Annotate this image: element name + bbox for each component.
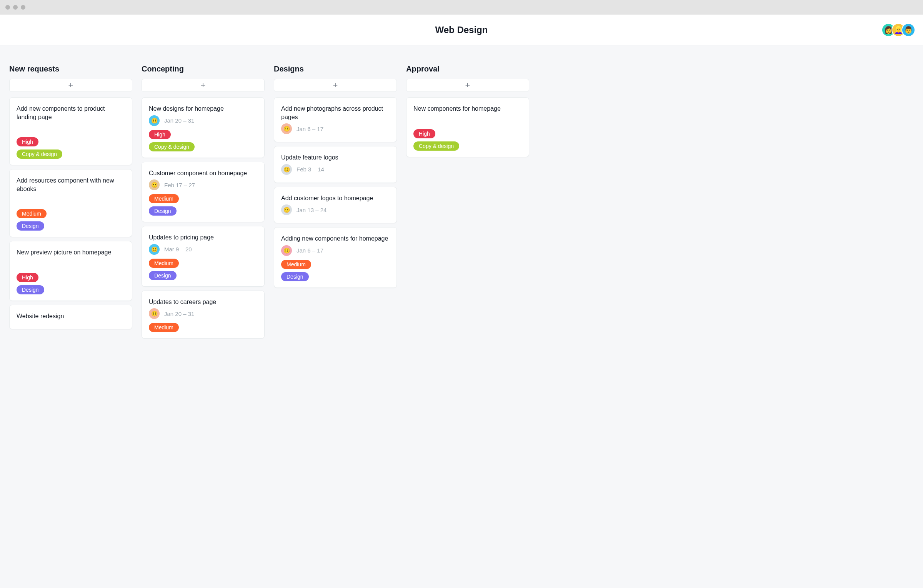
tag-list: HighCopy & design xyxy=(413,129,522,151)
task-title: Updates to pricing page xyxy=(149,233,257,242)
task-card[interactable]: Updates to pricing page🙂Mar 9 – 20Medium… xyxy=(142,226,265,287)
task-meta: 🙂Jan 20 – 31 xyxy=(149,115,257,126)
task-card[interactable]: Add new components to product landing pa… xyxy=(9,97,132,165)
task-card[interactable]: Customer component on homepage🙂Feb 17 – … xyxy=(142,162,265,223)
column-title: Designs xyxy=(274,65,397,73)
tag-pill[interactable]: Copy & design xyxy=(17,149,62,159)
tag-list: MediumDesign xyxy=(149,194,257,216)
tag-pill[interactable]: Design xyxy=(149,206,177,216)
assignee-avatar[interactable]: 🙂 xyxy=(281,204,292,215)
traffic-light-close[interactable] xyxy=(5,5,10,10)
page-title: Web Design xyxy=(435,25,488,35)
task-meta: 🙂Mar 9 – 20 xyxy=(149,244,257,255)
task-meta: 🙂Jan 13 – 24 xyxy=(281,204,390,215)
tag-list: HighDesign xyxy=(17,273,125,294)
column-title: Concepting xyxy=(142,65,265,73)
assignee-avatar[interactable]: 🙂 xyxy=(149,179,160,190)
tag-list: Medium xyxy=(149,323,257,332)
card-spacer xyxy=(413,115,522,125)
task-card[interactable]: Add resources component with new ebooksM… xyxy=(9,169,132,237)
assignee-avatar[interactable]: 🙂 xyxy=(149,115,160,126)
add-card-button[interactable]: + xyxy=(406,79,529,92)
tag-list: MediumDesign xyxy=(17,209,125,231)
task-title: New preview picture on homepage xyxy=(17,248,125,257)
task-title: New designs for homepage xyxy=(149,105,257,113)
task-date: Feb 3 – 14 xyxy=(297,166,324,173)
card-spacer xyxy=(17,195,125,205)
task-card[interactable]: Update feature logos🙂Feb 3 – 14 xyxy=(274,146,397,183)
traffic-light-zoom[interactable] xyxy=(21,5,25,10)
board-column: New requests+Add new components to produ… xyxy=(9,65,132,333)
task-card[interactable]: Adding new components for homepage🙂Jan 6… xyxy=(274,227,397,288)
tag-list: MediumDesign xyxy=(149,259,257,280)
tag-pill[interactable]: Medium xyxy=(149,194,179,203)
task-date: Jan 20 – 31 xyxy=(164,117,194,124)
task-title: Add customer logos to homepage xyxy=(281,194,390,203)
tag-pill[interactable]: Design xyxy=(149,271,177,280)
add-card-button[interactable]: + xyxy=(9,79,132,92)
board-column: Approval+New components for homepageHigh… xyxy=(406,65,529,161)
add-card-button[interactable]: + xyxy=(274,79,397,92)
tag-pill[interactable]: Medium xyxy=(149,323,179,332)
collaborator-avatar[interactable]: 👨 xyxy=(901,23,915,37)
plus-icon: + xyxy=(465,80,470,90)
task-date: Mar 9 – 20 xyxy=(164,246,192,252)
tag-pill[interactable]: Copy & design xyxy=(413,141,459,151)
column-title: Approval xyxy=(406,65,529,73)
tag-pill[interactable]: High xyxy=(149,130,171,139)
card-spacer xyxy=(17,123,125,133)
window-titlebar xyxy=(0,0,923,15)
tag-pill[interactable]: Medium xyxy=(17,209,47,218)
task-meta: 🙂Jan 20 – 31 xyxy=(149,308,257,319)
add-card-button[interactable]: + xyxy=(142,79,265,92)
tag-pill[interactable]: Design xyxy=(17,285,44,294)
task-card[interactable]: Add customer logos to homepage🙂Jan 13 – … xyxy=(274,187,397,224)
tag-list: HighCopy & design xyxy=(17,137,125,159)
tag-list: HighCopy & design xyxy=(149,130,257,151)
task-title: Updates to careers page xyxy=(149,298,257,306)
task-title: Add resources component with new ebooks xyxy=(17,176,125,193)
task-meta: 🙂Feb 3 – 14 xyxy=(281,164,390,175)
assignee-avatar[interactable]: 🙂 xyxy=(281,245,292,256)
task-date: Jan 6 – 17 xyxy=(297,126,323,132)
tag-pill[interactable]: Medium xyxy=(281,260,311,269)
plus-icon: + xyxy=(201,80,206,90)
collaborator-avatars[interactable]: 👩👱‍♀️👨 xyxy=(881,23,915,37)
plus-icon: + xyxy=(333,80,338,90)
task-title: Add new photographs across product pages xyxy=(281,105,390,121)
task-title: Update feature logos xyxy=(281,153,390,162)
task-title: Add new components to product landing pa… xyxy=(17,105,125,121)
task-card[interactable]: Website redesign xyxy=(9,305,132,329)
task-meta: 🙂Jan 6 – 17 xyxy=(281,123,390,134)
tag-pill[interactable]: Design xyxy=(17,221,44,231)
task-title: Adding new components for homepage xyxy=(281,234,390,243)
task-date: Feb 17 – 27 xyxy=(164,182,195,188)
assignee-avatar[interactable]: 🙂 xyxy=(281,123,292,134)
tag-pill[interactable]: High xyxy=(17,137,38,146)
traffic-light-minimize[interactable] xyxy=(13,5,18,10)
page-header: Web Design 👩👱‍♀️👨 xyxy=(0,15,923,45)
assignee-avatar[interactable]: 🙂 xyxy=(281,164,292,175)
assignee-avatar[interactable]: 🙂 xyxy=(149,244,160,255)
task-card[interactable]: Add new photographs across product pages… xyxy=(274,97,397,142)
card-spacer xyxy=(17,259,125,269)
tag-pill[interactable]: Copy & design xyxy=(149,142,195,151)
task-title: Website redesign xyxy=(17,312,125,321)
task-card[interactable]: New designs for homepage🙂Jan 20 – 31High… xyxy=(142,97,265,158)
task-card[interactable]: New components for homepageHighCopy & de… xyxy=(406,97,529,157)
board-column: Designs+Add new photographs across produ… xyxy=(274,65,397,292)
plus-icon: + xyxy=(68,80,73,90)
tag-pill[interactable]: Design xyxy=(281,272,309,281)
tag-list: MediumDesign xyxy=(281,260,390,281)
task-date: Jan 6 – 17 xyxy=(297,247,323,254)
tag-pill[interactable]: High xyxy=(17,273,38,282)
kanban-board: New requests+Add new components to produ… xyxy=(0,45,923,352)
task-card[interactable]: Updates to careers page🙂Jan 20 – 31Mediu… xyxy=(142,291,265,339)
column-title: New requests xyxy=(9,65,132,73)
task-title: Customer component on homepage xyxy=(149,169,257,178)
assignee-avatar[interactable]: 🙂 xyxy=(149,308,160,319)
tag-pill[interactable]: High xyxy=(413,129,435,138)
tag-pill[interactable]: Medium xyxy=(149,259,179,268)
task-card[interactable]: New preview picture on homepageHighDesig… xyxy=(9,241,132,301)
task-date: Jan 13 – 24 xyxy=(297,207,327,213)
